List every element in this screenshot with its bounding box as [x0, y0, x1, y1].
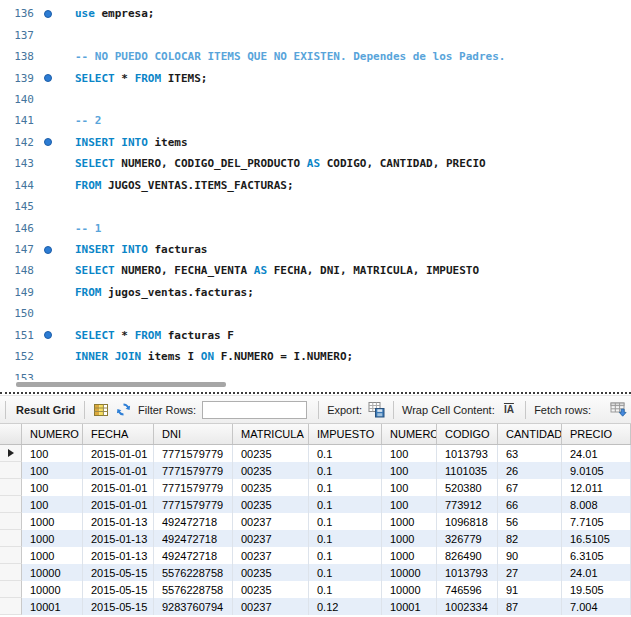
- table-cell[interactable]: 2015-01-01: [83, 445, 154, 462]
- row-header-cell[interactable]: [0, 581, 22, 598]
- code-text[interactable]: SELECT NUMERO, FECHA_VENTA AS FECHA, DNI…: [62, 264, 479, 277]
- table-cell[interactable]: 2015-01-01: [83, 479, 154, 496]
- wrap-cell-content-icon[interactable]: IA: [501, 401, 517, 418]
- sql-editor[interactable]: 136use empresa;137138-- NO PUEDO COLOCAR…: [0, 0, 631, 380]
- table-cell[interactable]: 2015-01-01: [83, 462, 154, 479]
- table-cell[interactable]: 100: [382, 496, 437, 513]
- code-text[interactable]: -- 2: [62, 114, 102, 127]
- table-cell[interactable]: 87: [498, 598, 562, 615]
- table-cell[interactable]: 2015-01-13: [83, 513, 154, 530]
- table-cell[interactable]: 100: [382, 479, 437, 496]
- row-header-cell[interactable]: [0, 462, 22, 479]
- table-cell[interactable]: 2015-05-15: [83, 564, 154, 581]
- table-cell[interactable]: 1002334: [437, 598, 498, 615]
- row-header-cell[interactable]: [0, 513, 22, 530]
- table-cell[interactable]: 10001: [22, 598, 83, 615]
- table-cell[interactable]: 1000: [382, 547, 437, 564]
- filter-rows-input[interactable]: [202, 401, 307, 419]
- row-header-cell[interactable]: [0, 496, 22, 513]
- column-header-precio[interactable]: PRECIO: [562, 424, 631, 444]
- table-cell[interactable]: 00237: [233, 530, 309, 547]
- table-cell[interactable]: 12.011: [562, 479, 631, 496]
- editor-line[interactable]: 145: [0, 196, 631, 217]
- table-cell[interactable]: 100: [22, 462, 83, 479]
- table-cell[interactable]: 0.1: [309, 564, 382, 581]
- table-cell[interactable]: 9283760794: [154, 598, 233, 615]
- grid-view-icon[interactable]: [93, 401, 109, 418]
- table-cell[interactable]: 746596: [437, 581, 498, 598]
- table-cell[interactable]: 1096818: [437, 513, 498, 530]
- editor-line[interactable]: 140: [0, 89, 631, 110]
- grid-corner-cell[interactable]: [0, 424, 22, 444]
- table-cell[interactable]: 00235: [233, 581, 309, 598]
- table-cell[interactable]: 10000: [382, 581, 437, 598]
- row-header-cell[interactable]: [0, 547, 22, 564]
- table-cell[interactable]: 492472718: [154, 547, 233, 564]
- editor-line[interactable]: 142INSERT INTO items: [0, 132, 631, 153]
- editor-line[interactable]: 152INNER JOIN items I ON F.NUMERO = I.NU…: [0, 346, 631, 367]
- table-cell[interactable]: 1000: [22, 513, 83, 530]
- table-cell[interactable]: 10001: [382, 598, 437, 615]
- table-cell[interactable]: 00235: [233, 479, 309, 496]
- table-cell[interactable]: 00237: [233, 513, 309, 530]
- editor-line[interactable]: 148SELECT NUMERO, FECHA_VENTA AS FECHA, …: [0, 260, 631, 281]
- editor-line[interactable]: 136use empresa;: [0, 3, 631, 24]
- code-text[interactable]: SELECT * FROM ITEMS;: [62, 72, 207, 85]
- table-cell[interactable]: 826490: [437, 547, 498, 564]
- table-cell[interactable]: 24.01: [562, 564, 631, 581]
- table-cell[interactable]: 7.7105: [562, 513, 631, 530]
- row-header-cell[interactable]: [0, 530, 22, 547]
- table-row[interactable]: 100002015-05-155576228758002350.11000074…: [0, 581, 631, 598]
- table-cell[interactable]: 00235: [233, 462, 309, 479]
- table-cell[interactable]: 7771579779: [154, 445, 233, 462]
- editor-horizontal-scrollbar[interactable]: [16, 382, 226, 387]
- editor-line[interactable]: 147INSERT INTO facturas: [0, 239, 631, 260]
- table-cell[interactable]: 00235: [233, 564, 309, 581]
- editor-line[interactable]: 150: [0, 303, 631, 324]
- table-row[interactable]: 1002015-01-017771579779002350.1100520380…: [0, 479, 631, 496]
- code-text[interactable]: INSERT INTO facturas: [62, 243, 207, 256]
- table-cell[interactable]: 8.008: [562, 496, 631, 513]
- table-cell[interactable]: 2015-05-15: [83, 581, 154, 598]
- table-row[interactable]: 10002015-01-13492472718002370.1100082649…: [0, 547, 631, 564]
- table-cell[interactable]: 100: [22, 496, 83, 513]
- table-cell[interactable]: 326779: [437, 530, 498, 547]
- editor-line[interactable]: 139SELECT * FROM ITEMS;: [0, 67, 631, 88]
- code-text[interactable]: SELECT * FROM facturas F: [62, 329, 234, 342]
- row-header-cell[interactable]: [0, 445, 22, 462]
- code-text[interactable]: use empresa;: [62, 7, 154, 20]
- table-cell[interactable]: 24.01: [562, 445, 631, 462]
- table-cell[interactable]: 0.1: [309, 547, 382, 564]
- table-cell[interactable]: 2015-01-13: [83, 530, 154, 547]
- table-row[interactable]: 10002015-01-13492472718002370.1100010968…: [0, 513, 631, 530]
- table-cell[interactable]: 7771579779: [154, 462, 233, 479]
- table-cell[interactable]: 1013793: [437, 445, 498, 462]
- table-cell[interactable]: 100: [382, 445, 437, 462]
- table-cell[interactable]: 7771579779: [154, 479, 233, 496]
- column-header-codigo[interactable]: CODIGO: [437, 424, 498, 444]
- table-cell[interactable]: 10000: [22, 581, 83, 598]
- code-text[interactable]: -- 1: [62, 222, 102, 235]
- table-row[interactable]: 100012015-05-159283760794002370.12100011…: [0, 598, 631, 615]
- code-text[interactable]: INNER JOIN items I ON F.NUMERO = I.NUMER…: [62, 350, 353, 363]
- table-cell[interactable]: 0.12: [309, 598, 382, 615]
- table-row[interactable]: 1002015-01-017771579779002350.1100773912…: [0, 496, 631, 513]
- fetch-rows-icon[interactable]: [610, 401, 628, 418]
- column-header-numero[interactable]: NUMERO: [22, 424, 83, 444]
- code-text[interactable]: -- NO PUEDO COLOCAR ITEMS QUE NO EXISTEN…: [62, 50, 505, 63]
- table-cell[interactable]: 56: [498, 513, 562, 530]
- editor-line[interactable]: 144FROM JUGOS_VENTAS.ITEMS_FACTURAS;: [0, 175, 631, 196]
- table-cell[interactable]: 90: [498, 547, 562, 564]
- column-header-impuesto[interactable]: IMPUESTO: [309, 424, 382, 444]
- table-cell[interactable]: 492472718: [154, 513, 233, 530]
- table-cell[interactable]: 7771579779: [154, 496, 233, 513]
- table-cell[interactable]: 5576228758: [154, 564, 233, 581]
- table-row[interactable]: 1002015-01-017771579779002350.1100110103…: [0, 462, 631, 479]
- table-cell[interactable]: 2015-05-15: [83, 598, 154, 615]
- table-cell[interactable]: 0.1: [309, 513, 382, 530]
- refresh-icon[interactable]: [116, 401, 132, 418]
- column-header-dni[interactable]: DNI: [154, 424, 233, 444]
- table-cell[interactable]: 1000: [22, 547, 83, 564]
- table-cell[interactable]: 0.1: [309, 581, 382, 598]
- editor-line[interactable]: 138-- NO PUEDO COLOCAR ITEMS QUE NO EXIS…: [0, 46, 631, 67]
